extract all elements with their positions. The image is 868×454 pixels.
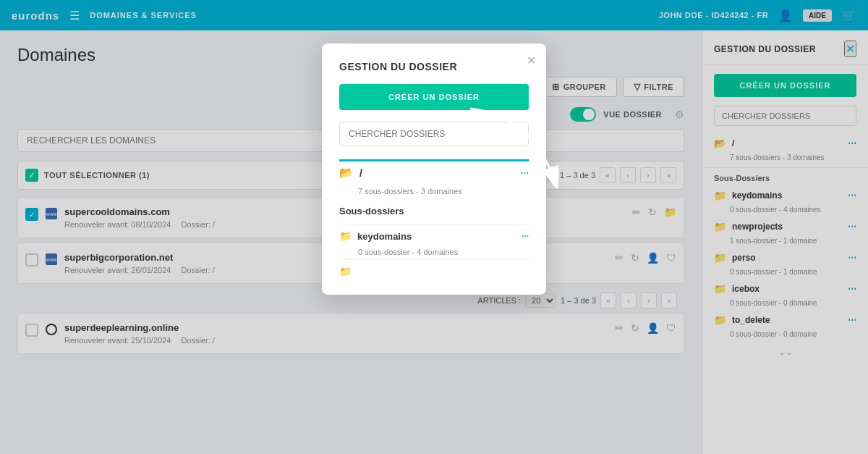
modal-root-folder[interactable]: 📂 / ⋯ (339, 159, 529, 184)
modal-root-folder-meta: 7 sous-dossiers - 3 domaines (358, 187, 529, 196)
modal-close-button[interactable]: ✕ (527, 54, 536, 67)
modal-folder-icon: 📂 (339, 166, 354, 180)
modal-root-folder-name: / (359, 167, 514, 179)
modal-subfolder-name-1: keydomains (357, 231, 516, 242)
modal-subfolder-icon-1: 📁 (339, 230, 352, 242)
modal-overlay[interactable]: ✕ GESTION DU DOSSIER CRÉER UN DOSSIER 📂 … (0, 0, 868, 454)
modal-root-more-btn[interactable]: ⋯ (520, 168, 529, 178)
modal-sub-label: Sous-dossiers (339, 206, 529, 217)
modal: ✕ GESTION DU DOSSIER CRÉER UN DOSSIER 📂 … (322, 43, 546, 295)
modal-subfolder-keydomains[interactable]: 📁 keydomains ··· (339, 224, 529, 248)
modal-subfolder-more-1[interactable]: ··· (522, 231, 529, 241)
modal-subfolder-meta-1: 0 sous-dossier - 4 domaines (358, 248, 529, 259)
modal-search-input[interactable] (339, 122, 529, 146)
modal-title: GESTION DU DOSSIER (339, 61, 529, 72)
modal-create-button[interactable]: CRÉER UN DOSSIER (339, 84, 529, 110)
modal-partial-icon: 📁 (339, 266, 352, 277)
modal-subfolder-partial: 📁 (339, 259, 529, 277)
